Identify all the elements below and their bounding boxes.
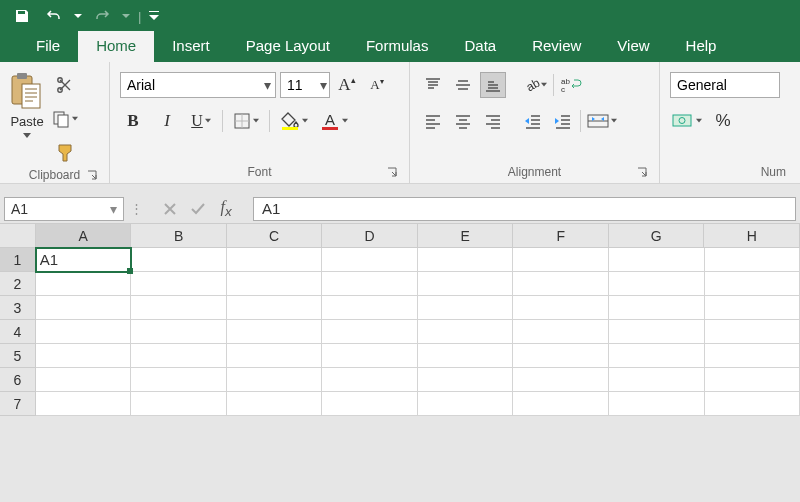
cell-F4[interactable]: [513, 320, 609, 344]
cell-D2[interactable]: [322, 272, 418, 296]
wrap-text-button[interactable]: abc: [558, 72, 584, 98]
cell-E7[interactable]: [418, 392, 514, 416]
cell-C3[interactable]: [227, 296, 323, 320]
cell-A7[interactable]: [36, 392, 132, 416]
cell-F6[interactable]: [513, 368, 609, 392]
cell-H1[interactable]: [705, 248, 800, 272]
cell-D4[interactable]: [322, 320, 418, 344]
cell-C5[interactable]: [227, 344, 323, 368]
cell-F5[interactable]: [513, 344, 609, 368]
decrease-font-button[interactable]: A▾: [364, 72, 390, 98]
cell-C6[interactable]: [227, 368, 323, 392]
tab-page-layout[interactable]: Page Layout: [228, 31, 348, 62]
align-middle-button[interactable]: [450, 72, 476, 98]
tab-help[interactable]: Help: [668, 31, 735, 62]
row-header-1[interactable]: 1: [0, 248, 36, 272]
dialog-launcher-font[interactable]: [387, 167, 399, 179]
number-format-input[interactable]: [671, 73, 779, 97]
cell-F1[interactable]: [513, 248, 609, 272]
cell-H2[interactable]: [705, 272, 800, 296]
cell-C4[interactable]: [227, 320, 323, 344]
align-left-button[interactable]: [420, 108, 446, 134]
cell-A3[interactable]: [36, 296, 132, 320]
font-size-combo[interactable]: ▾: [280, 72, 330, 98]
cell-F7[interactable]: [513, 392, 609, 416]
customize-qat-button[interactable]: [147, 3, 161, 29]
copy-button[interactable]: [50, 106, 80, 132]
font-size-input[interactable]: [281, 73, 318, 97]
cell-C2[interactable]: [227, 272, 323, 296]
tab-file[interactable]: File: [18, 31, 78, 62]
cell-H3[interactable]: [705, 296, 800, 320]
cell-F3[interactable]: [513, 296, 609, 320]
tab-view[interactable]: View: [599, 31, 667, 62]
row-header-3[interactable]: 3: [0, 296, 36, 320]
cell-D6[interactable]: [322, 368, 418, 392]
col-header-D[interactable]: D: [322, 224, 418, 247]
cell-B4[interactable]: [131, 320, 227, 344]
cancel-formula-button[interactable]: [157, 197, 183, 221]
cell-G3[interactable]: [609, 296, 705, 320]
row-header-5[interactable]: 5: [0, 344, 36, 368]
select-all-corner[interactable]: [0, 224, 36, 247]
expand-namebox-handle[interactable]: ⋮: [130, 201, 143, 216]
cell-B2[interactable]: [131, 272, 227, 296]
dialog-launcher-clipboard[interactable]: [87, 170, 99, 182]
cell-H4[interactable]: [705, 320, 800, 344]
cell-D1[interactable]: [322, 248, 418, 272]
cell-G2[interactable]: [609, 272, 705, 296]
cell-D5[interactable]: [322, 344, 418, 368]
decrease-indent-button[interactable]: [520, 108, 546, 134]
row-header-2[interactable]: 2: [0, 272, 36, 296]
save-button[interactable]: [8, 3, 36, 29]
cell-B7[interactable]: [131, 392, 227, 416]
merge-center-button[interactable]: [585, 108, 619, 134]
align-right-button[interactable]: [480, 108, 506, 134]
dialog-launcher-alignment[interactable]: [637, 167, 649, 179]
redo-button[interactable]: [88, 3, 116, 29]
tab-data[interactable]: Data: [446, 31, 514, 62]
row-header-6[interactable]: 6: [0, 368, 36, 392]
cell-F2[interactable]: [513, 272, 609, 296]
cell-A5[interactable]: [36, 344, 132, 368]
row-header-4[interactable]: 4: [0, 320, 36, 344]
row-header-7[interactable]: 7: [0, 392, 36, 416]
cell-B1[interactable]: [131, 248, 227, 272]
cell-E6[interactable]: [418, 368, 514, 392]
cell-E5[interactable]: [418, 344, 514, 368]
cell-A1[interactable]: A1: [36, 248, 132, 272]
col-header-C[interactable]: C: [227, 224, 323, 247]
italic-button[interactable]: I: [154, 108, 180, 134]
align-center-button[interactable]: [450, 108, 476, 134]
cell-E3[interactable]: [418, 296, 514, 320]
cell-E4[interactable]: [418, 320, 514, 344]
borders-button[interactable]: [231, 108, 261, 134]
cell-B3[interactable]: [131, 296, 227, 320]
increase-indent-button[interactable]: [550, 108, 576, 134]
name-box[interactable]: A1 ▾: [4, 197, 124, 221]
cell-G1[interactable]: [609, 248, 705, 272]
underline-button[interactable]: U: [188, 108, 214, 134]
undo-button[interactable]: [40, 3, 68, 29]
cell-E2[interactable]: [418, 272, 514, 296]
cell-G7[interactable]: [609, 392, 705, 416]
col-header-H[interactable]: H: [704, 224, 800, 247]
tab-home[interactable]: Home: [78, 31, 154, 62]
cut-button[interactable]: [50, 72, 80, 98]
accounting-format-button[interactable]: [670, 108, 704, 134]
cell-H6[interactable]: [705, 368, 800, 392]
cell-G5[interactable]: [609, 344, 705, 368]
cell-C1[interactable]: [227, 248, 323, 272]
format-painter-button[interactable]: [50, 140, 80, 166]
bold-button[interactable]: B: [120, 108, 146, 134]
font-name-combo[interactable]: ▾: [120, 72, 276, 98]
orientation-button[interactable]: ab: [520, 72, 549, 98]
enter-formula-button[interactable]: [185, 197, 211, 221]
paste-button[interactable]: Paste: [10, 72, 44, 139]
font-name-input[interactable]: [121, 73, 261, 97]
tab-insert[interactable]: Insert: [154, 31, 228, 62]
cell-B6[interactable]: [131, 368, 227, 392]
undo-dropdown[interactable]: [72, 3, 84, 29]
fill-color-button[interactable]: [278, 108, 310, 134]
number-format-combo[interactable]: [670, 72, 780, 98]
